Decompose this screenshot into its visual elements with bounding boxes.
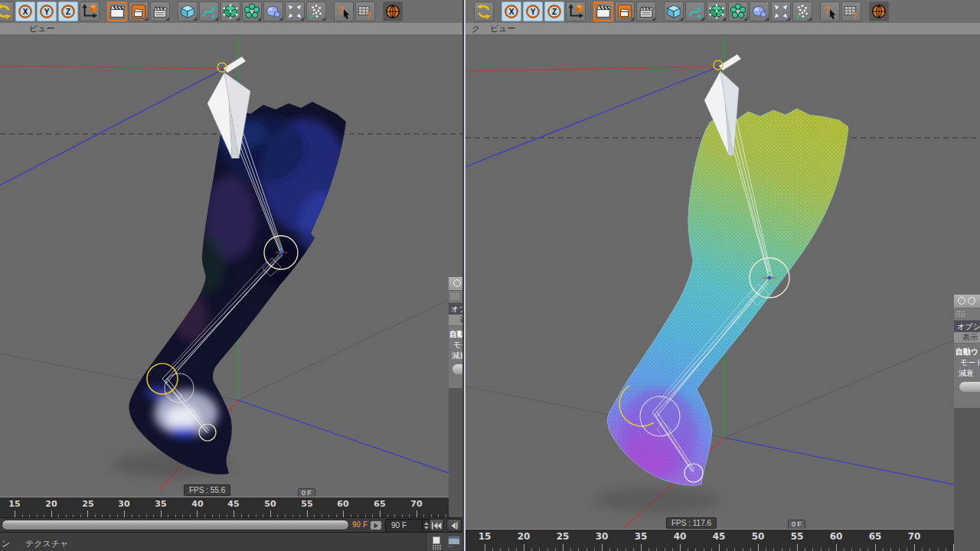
view-menu[interactable]: ビュー (490, 23, 516, 34)
x-axis-lock-button[interactable] (15, 2, 35, 21)
coordinate-system-button[interactable] (80, 2, 100, 21)
ruler-tick: 60 (334, 499, 352, 509)
menu-partial[interactable]: ク (472, 23, 480, 34)
primitive-cube-button[interactable] (664, 2, 684, 21)
grip-icon[interactable] (433, 545, 441, 550)
range-end-label: 90 F (352, 520, 368, 529)
preview-range-bar[interactable] (2, 520, 349, 530)
window-button-icon[interactable] (968, 297, 975, 305)
swatch-icon (433, 536, 440, 544)
ruler-tick: 45 (710, 531, 728, 542)
metaball-button[interactable] (263, 2, 283, 21)
primitive-cube-button[interactable] (178, 2, 198, 21)
world-x-axis (0, 66, 224, 69)
tab-options[interactable]: オプション (954, 321, 980, 332)
auto-weight-label: 自動ウェイト (954, 344, 980, 357)
render-settings-button[interactable] (150, 2, 170, 21)
left-viewport-menubar: ビュー (0, 23, 464, 35)
rotate-tool-button[interactable] (0, 2, 14, 21)
ruler-tick: 70 (905, 531, 923, 542)
polygon-object-button[interactable] (220, 2, 240, 21)
render-settings-button[interactable] (636, 2, 656, 21)
ruler-tick: 35 (632, 531, 650, 542)
goto-start-button[interactable] (429, 519, 444, 532)
tab-options[interactable]: オプション (449, 303, 464, 315)
view-menu[interactable]: ビュー (29, 23, 55, 34)
z-axis-lock-button[interactable] (544, 2, 564, 21)
range-play-button[interactable] (371, 521, 381, 530)
help-pointer-button[interactable] (334, 2, 354, 21)
frame-marker-badge[interactable]: 0 F (788, 520, 805, 529)
array-object-button[interactable] (242, 2, 262, 21)
scatter-points-button[interactable] (792, 2, 812, 21)
right-timeline-ruler[interactable]: 15 20 25 30 35 40 45 50 55 60 65 70 (466, 529, 980, 551)
online-globe-button[interactable] (383, 2, 403, 21)
ruler-tick: 15 (475, 531, 494, 542)
grip-icon (956, 311, 965, 318)
left-viewport[interactable]: FPS : 55.6 0 F (0, 34, 464, 497)
spline-pen-button[interactable] (199, 2, 219, 21)
grid-line (238, 292, 464, 400)
frame-field-value: 90 F (391, 521, 407, 530)
array-object-button[interactable] (728, 2, 748, 21)
coordinate-system-button[interactable] (566, 2, 586, 21)
ruler-tick: 65 (866, 531, 884, 542)
ruler-tick: 20 (42, 499, 60, 509)
panel-grip[interactable] (954, 308, 980, 321)
ruler-tick: 25 (79, 499, 97, 509)
rotate-tool-button[interactable] (474, 2, 494, 21)
explode-segments-button[interactable] (285, 2, 305, 21)
ruler-tick: 55 (788, 531, 806, 542)
tab-display[interactable]: 表示 (449, 315, 464, 326)
render-view-button[interactable] (107, 2, 127, 21)
mode-label: モード (449, 340, 464, 350)
menu-item-texture[interactable]: テクスチャ (25, 538, 68, 549)
panel-titlebar[interactable] (954, 295, 980, 308)
previous-frame-button[interactable] (446, 519, 462, 532)
panel-body (449, 388, 464, 517)
ruler-tick: 25 (554, 531, 572, 542)
metaball-button[interactable] (750, 2, 769, 21)
command-table-button[interactable] (841, 2, 861, 21)
right-viewport[interactable]: FPS : 117.6 0 F (466, 34, 980, 529)
y-axis-lock-button[interactable] (37, 2, 57, 21)
help-pointer-button[interactable] (820, 2, 840, 21)
window-button-icon[interactable] (453, 279, 461, 287)
frame-field[interactable]: 90 F (385, 519, 431, 533)
origin-z-axis (238, 400, 464, 478)
ruler-tick-marks (0, 509, 464, 517)
spline-pen-button[interactable] (685, 2, 705, 21)
tab-display[interactable]: 表示 (954, 332, 980, 344)
panel-titlebar[interactable] (449, 277, 464, 291)
x-axis-lock-button[interactable] (501, 2, 521, 21)
command-table-button[interactable] (355, 2, 375, 21)
menu-item-partial[interactable]: ン (2, 538, 10, 549)
ruler-tick: 40 (671, 531, 689, 542)
online-globe-button[interactable] (869, 2, 889, 21)
ruler-tick: 50 (749, 531, 767, 542)
polygon-object-button[interactable] (707, 2, 727, 21)
left-3d-scene[interactable] (0, 34, 464, 497)
right-screenshot-half: ク ビュー (466, 0, 980, 551)
falloff-label: 減衰 (954, 368, 980, 379)
render-view-button[interactable] (593, 2, 613, 21)
right-viewport-menubar: ク ビュー (466, 23, 980, 35)
scatter-points-button[interactable] (306, 2, 326, 21)
falloff-dropdown[interactable] (959, 381, 980, 393)
window-button-icon[interactable] (958, 297, 965, 305)
z-axis-lock-button[interactable] (58, 2, 78, 21)
render-region-button[interactable] (129, 2, 149, 21)
y-axis-lock-button[interactable] (523, 2, 543, 21)
left-timeline-ruler[interactable]: 15 20 25 30 35 40 45 50 55 60 65 70 (0, 497, 464, 518)
panel-grip[interactable] (449, 291, 464, 303)
frame-marker-badge[interactable]: 0 F (298, 488, 315, 497)
world-x-axis (466, 67, 719, 71)
dash-marks: -- (448, 543, 453, 549)
render-region-button[interactable] (615, 2, 635, 21)
fps-badge: FPS : 55.6 (184, 484, 230, 496)
right-3d-scene[interactable] (466, 34, 980, 529)
weight-tool-panel-left: オプション 表示 自動ウェイト モード 減衰 (449, 277, 464, 517)
explode-segments-button[interactable] (771, 2, 791, 21)
origin-z-axis (724, 438, 980, 490)
ruler-tick: 45 (224, 499, 243, 509)
